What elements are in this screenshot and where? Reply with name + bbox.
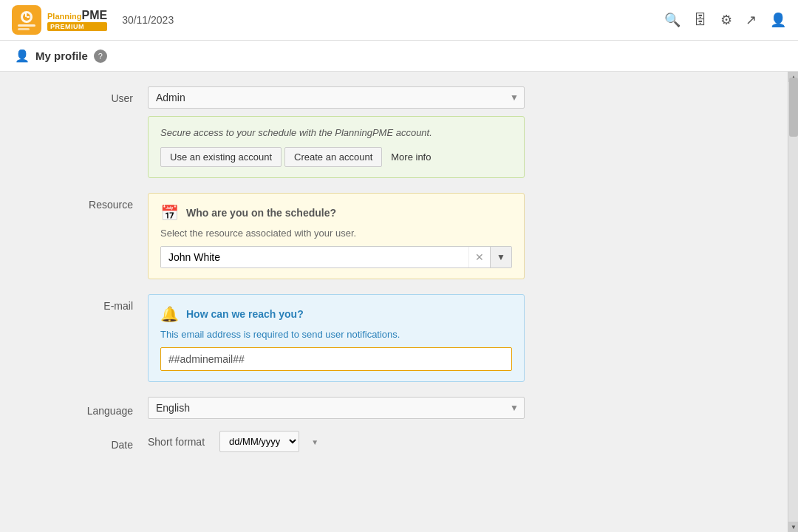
scrollbar-thumb[interactable]	[789, 78, 798, 137]
premium-badge: PREMIUM	[47, 22, 107, 31]
page-title: My profile	[35, 50, 88, 62]
email-row: E-mail 🔔 How can we reach you? This emai…	[22, 294, 765, 382]
calendar-icon: 📅	[160, 204, 179, 222]
account-info-box: Secure access to your schedule with the …	[148, 116, 525, 178]
language-select[interactable]: English French German Spanish	[148, 397, 525, 419]
scroll-down-arrow[interactable]: ▼	[788, 522, 798, 532]
resource-dropdown-button[interactable]: ▼	[490, 247, 511, 267]
logo-pme: PME	[81, 9, 107, 21]
database-icon[interactable]: 🗄	[694, 13, 707, 28]
header-date: 30/11/2023	[122, 14, 174, 26]
email-control: 🔔 How can we reach you? This email addre…	[148, 294, 525, 382]
svg-rect-6	[27, 16, 30, 18]
resource-input[interactable]	[161, 247, 468, 267]
svg-rect-2	[18, 24, 35, 27]
main: User Admin ▼ Secure access to your sched…	[0, 72, 798, 532]
date-format-select[interactable]: dd/MM/yyyy MM/dd/yyyy yyyy/MM/dd	[219, 431, 299, 452]
resource-clear-button[interactable]: ✕	[468, 247, 490, 267]
svg-rect-5	[25, 13, 27, 17]
language-row: Language English French German Spanish ▼	[22, 397, 765, 419]
email-box-subtitle: This email address is required to send u…	[160, 329, 512, 340]
language-control: English French German Spanish ▼	[148, 397, 525, 419]
user-icon[interactable]: 👤	[770, 12, 786, 28]
language-select-wrapper: English French German Spanish ▼	[148, 397, 525, 419]
email-label: E-mail	[22, 294, 148, 312]
date-format-arrow: ▼	[311, 437, 318, 446]
resource-box-header: 📅 Who are you on the schedule?	[160, 204, 512, 222]
bell-icon: 🔔	[160, 305, 179, 323]
resource-row: Resource 📅 Who are you on the schedule? …	[22, 193, 765, 279]
use-existing-account-button[interactable]: Use an existing account	[160, 147, 282, 167]
profile-icon: 👤	[15, 49, 30, 63]
svg-rect-3	[18, 28, 30, 30]
email-input[interactable]	[160, 347, 512, 371]
resource-info-box: 📅 Who are you on the schedule? Select th…	[148, 193, 525, 279]
settings-icon[interactable]: ⚙	[720, 12, 732, 28]
content-area: User Admin ▼ Secure access to your sched…	[0, 72, 788, 532]
account-info-text: Secure access to your schedule with the …	[160, 127, 512, 138]
short-format-label: Short format	[148, 436, 205, 448]
help-button[interactable]: ?	[94, 50, 107, 63]
date-row: Date Short format dd/MM/yyyy MM/dd/yyyy …	[22, 431, 765, 452]
date-format-select-wrapper: dd/MM/yyyy MM/dd/yyyy yyyy/MM/dd ▼	[219, 431, 323, 452]
user-control: Admin ▼ Secure access to your schedule w…	[148, 86, 525, 178]
user-row: User Admin ▼ Secure access to your sched…	[22, 86, 765, 178]
user-label: User	[22, 86, 148, 104]
resource-control: 📅 Who are you on the schedule? Select th…	[148, 193, 525, 279]
date-label: Date	[22, 433, 148, 451]
scrollbar[interactable]: ▲ ▼	[788, 72, 798, 532]
user-select[interactable]: Admin	[148, 86, 525, 109]
email-info-box: 🔔 How can we reach you? This email addre…	[148, 294, 525, 382]
account-buttons: Use an existing account Create an accoun…	[160, 147, 512, 167]
header: PlanningPME PREMIUM 30/11/2023 🔍 🗄 ⚙ ↗ 👤	[0, 0, 798, 41]
email-box-header: 🔔 How can we reach you?	[160, 305, 512, 323]
logo-text: PlanningPME PREMIUM	[47, 9, 107, 31]
logo-icon	[12, 5, 41, 35]
email-box-title: How can we reach you?	[186, 308, 304, 320]
create-account-button[interactable]: Create an account	[284, 147, 382, 167]
date-control: Short format dd/MM/yyyy MM/dd/yyyy yyyy/…	[148, 431, 525, 452]
logo: PlanningPME PREMIUM	[12, 5, 107, 35]
resource-label: Resource	[22, 193, 148, 211]
search-icon[interactable]: 🔍	[664, 12, 681, 28]
more-info-button[interactable]: More info	[385, 148, 437, 166]
language-label: Language	[22, 399, 148, 417]
subheader: 👤 My profile ?	[0, 41, 798, 72]
share-icon[interactable]: ↗	[746, 12, 757, 28]
resource-input-wrapper: ✕ ▼	[160, 246, 512, 268]
logo-planning: Planning	[47, 12, 81, 21]
user-select-wrapper: Admin ▼	[148, 86, 525, 109]
resource-box-subtitle: Select the resource associated with your…	[160, 228, 512, 239]
header-icons: 🔍 🗄 ⚙ ↗ 👤	[664, 12, 786, 28]
resource-box-title: Who are you on the schedule?	[186, 207, 336, 219]
logo-name: PlanningPME	[47, 9, 107, 22]
